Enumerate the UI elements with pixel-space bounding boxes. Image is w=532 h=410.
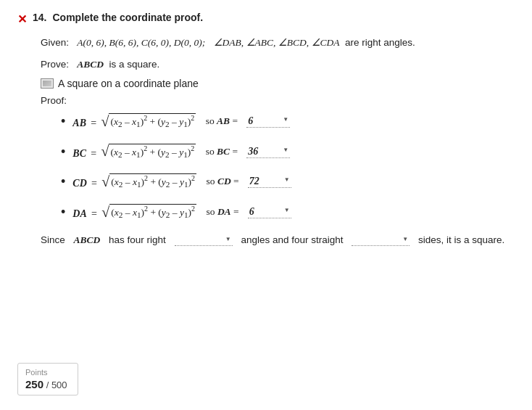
cd-answer-dropdown[interactable]: 72	[248, 175, 291, 188]
bc-so: so BC =	[203, 146, 238, 157]
question-header: ✕ 14. Complete the coordinate proof.	[17, 12, 515, 26]
given-section: Given: A(0, 6), B(6, 6), C(6, 0), D(0, 0…	[41, 35, 515, 51]
question-number: 14.	[33, 12, 46, 23]
prove-label: Prove:	[41, 59, 69, 70]
points-box: Points 250 / 500	[17, 363, 78, 395]
points-value: 250	[25, 378, 43, 390]
list-item: • BC = √ (x2 – x1)2 + (y2 – y1)2 so BC =…	[61, 144, 515, 160]
prove-abcd: ABCD	[77, 59, 104, 70]
proof-label: Proof:	[41, 95, 515, 106]
since-dropdown-1-value	[176, 234, 198, 245]
bullet-list: • AB = √ (x2 – x1)2 + (y2 – y1)2 so AB =…	[61, 113, 515, 219]
bullet-dot: •	[61, 115, 65, 128]
image-icon	[41, 78, 54, 89]
bc-formula: BC = √ (x2 – x1)2 + (y2 – y1)2	[72, 144, 196, 160]
bc-answer-dropdown[interactable]: 36	[246, 145, 290, 158]
given-label: Given:	[41, 37, 69, 48]
da-answer-value: 6	[249, 206, 254, 217]
image-placeholder: A square on a coordinate plane	[41, 78, 515, 89]
since-suffix: sides, it is a square.	[418, 234, 504, 245]
image-caption: A square on a coordinate plane	[58, 78, 199, 89]
given-angles: ∠DAB, ∠ABC, ∠BCD, ∠CDA	[214, 37, 340, 48]
points-label: Points	[25, 368, 67, 377]
da-so: so DA =	[204, 206, 239, 218]
da-formula: DA = √ (x2 – x1)2 + (y2 – y1)2	[72, 204, 196, 220]
question-title: Complete the coordinate proof.	[52, 12, 203, 23]
cd-answer-value: 72	[249, 176, 259, 186]
given-points: A(0, 6), B(6, 6), C(6, 0), D(0, 0);	[77, 37, 205, 48]
bullet-dot: •	[61, 175, 65, 188]
since-dropdown-2-value	[353, 234, 375, 245]
since-middle: angles and four straight	[241, 234, 343, 245]
bullet-dot: •	[61, 145, 65, 158]
since-dropdown-1[interactable]	[175, 234, 233, 246]
list-item: • AB = √ (x2 – x1)2 + (y2 – y1)2 so AB =…	[61, 113, 515, 129]
ab-so: so AB =	[203, 115, 238, 127]
main-container: ✕ 14. Complete the coordinate proof. Giv…	[0, 0, 532, 258]
ab-formula: AB = √ (x2 – x1)2 + (y2 – y1)2	[72, 113, 196, 129]
bc-answer-value: 36	[248, 146, 258, 157]
since-prefix: Since	[41, 234, 65, 245]
list-item: • DA = √ (x2 – x1)2 + (y2 – y1)2 so DA =…	[61, 204, 515, 220]
list-item: • CD = √ (x2 – x1)2 + (y2 – y1)2 so CD =…	[61, 173, 515, 189]
wrong-mark: ✕	[17, 12, 27, 26]
points-total: / 500	[46, 380, 67, 390]
da-answer-dropdown[interactable]: 6	[248, 205, 291, 218]
bullet-dot: •	[61, 205, 65, 218]
prove-section: Prove: ABCD is a square.	[41, 57, 515, 73]
since-dropdown-2[interactable]	[352, 234, 410, 246]
cd-formula: CD = √ (x2 – x1)2 + (y2 – y1)2	[72, 173, 196, 189]
since-section: Since ABCD has four right angles and fou…	[41, 234, 515, 246]
cd-so: so CD =	[204, 176, 239, 187]
ab-answer-value: 6	[248, 115, 253, 126]
since-has: has four right	[109, 234, 166, 245]
since-abcd: ABCD	[74, 234, 101, 246]
ab-answer-dropdown[interactable]: 6	[246, 115, 290, 128]
